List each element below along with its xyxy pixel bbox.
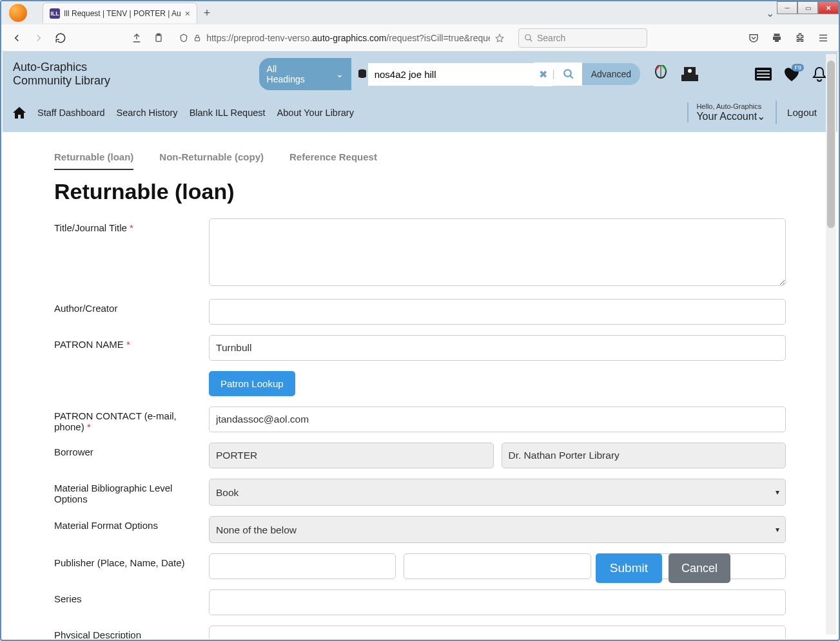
svg-rect-10 (757, 70, 770, 72)
url-bar[interactable]: https://preprod-tenv-verso.auto-graphics… (174, 33, 509, 43)
cash-register-icon[interactable] (680, 66, 699, 82)
patron-lookup-button[interactable]: Patron Lookup (209, 371, 295, 396)
pocket-icon[interactable] (747, 32, 760, 44)
tab-favicon-icon: ILL (50, 8, 60, 19)
search-category-select[interactable]: All Headings ⌄ (259, 58, 351, 90)
browser-tabstrip: ILL Ill Request | TENV | PORTER | Au × +… (1, 1, 839, 24)
form-actions: Submit Cancel (596, 553, 730, 583)
biblio-select[interactable]: Book (209, 479, 786, 506)
svg-point-8 (688, 69, 692, 73)
tab-title: Ill Request | TENV | PORTER | Au (64, 9, 181, 18)
svg-rect-12 (757, 77, 770, 78)
label-borrower: Borrower (54, 443, 202, 457)
catalog-search-input[interactable] (368, 63, 534, 86)
catalog-search-widget: All Headings ⌄ ✖ | Advanced (259, 58, 640, 90)
home-icon[interactable] (13, 107, 26, 119)
form-tabs: Returnable (loan) Non-Returnable (copy) … (54, 151, 786, 170)
nav-search-history[interactable]: Search History (117, 108, 178, 118)
patron-name-field[interactable] (209, 335, 786, 361)
label-biblio: Material Bibliographic Level Options (54, 479, 202, 504)
app-header: Auto-Graphics Community Library All Head… (3, 52, 837, 132)
label-series: Series (54, 589, 202, 604)
publisher-place-field[interactable] (209, 553, 396, 579)
firefox-logo-icon (9, 4, 27, 22)
label-patron-name: PATRON NAME * (54, 335, 202, 350)
svg-point-4 (564, 70, 571, 77)
bookmark-star-icon[interactable] (495, 33, 504, 43)
svg-rect-11 (757, 73, 770, 75)
minimize-button[interactable]: ─ (777, 1, 797, 14)
extensions-icon[interactable] (794, 32, 806, 44)
scrollbar-thumb[interactable] (827, 61, 835, 228)
notifications-bell-icon[interactable] (812, 66, 827, 82)
nav-staff-dashboard[interactable]: Staff Dashboard (37, 108, 105, 118)
logout-button[interactable]: Logout (776, 100, 827, 124)
page-title: Returnable (loan) (54, 179, 786, 204)
hello-text: Hello, Auto-Graphics (696, 102, 765, 110)
search-icon (524, 33, 533, 43)
print-icon[interactable] (770, 32, 783, 44)
nav-about-library[interactable]: About Your Library (277, 108, 354, 118)
nav-back-button[interactable] (10, 32, 23, 44)
cancel-button[interactable]: Cancel (669, 553, 730, 583)
svg-rect-1 (195, 37, 199, 41)
favorites-badge: F9 (792, 64, 804, 72)
database-icon[interactable] (357, 68, 368, 80)
tabs-overflow-icon[interactable]: ⌄ (766, 7, 774, 19)
your-account-label: Your Account (696, 111, 757, 122)
tab-returnable[interactable]: Returnable (loan) (54, 151, 133, 170)
title-field[interactable] (209, 218, 786, 286)
label-title: Title/Journal Title * (54, 218, 202, 233)
maximize-button[interactable]: ▭ (797, 1, 818, 14)
tab-reference[interactable]: Reference Request (289, 151, 377, 170)
clear-search-icon[interactable]: ✖ (534, 62, 552, 86)
search-placeholder: Search (537, 33, 565, 43)
url-text: https://preprod-tenv-verso.auto-graphics… (206, 33, 490, 43)
balloon-icon[interactable] (653, 65, 669, 83)
library-name: Auto-Graphics Community Library (13, 61, 143, 88)
browser-toolbar: https://preprod-tenv-verso.auto-graphics… (1, 24, 839, 52)
svg-rect-6 (681, 75, 698, 81)
format-select[interactable]: None of the below (209, 516, 786, 543)
lock-icon (193, 33, 201, 43)
hamburger-menu-icon[interactable] (817, 32, 830, 44)
nav-forward-button[interactable] (32, 32, 45, 44)
list-icon[interactable] (755, 68, 772, 81)
label-author: Author/Creator (54, 299, 202, 314)
svg-point-2 (525, 34, 531, 39)
label-physical: Physical Description (54, 626, 202, 638)
series-field[interactable] (209, 589, 786, 615)
scrollbar[interactable] (826, 54, 836, 635)
publisher-name-field[interactable] (404, 553, 591, 579)
label-format: Material Format Options (54, 516, 202, 531)
window-controls: ─ ▭ ✕ (777, 1, 839, 14)
chevron-down-icon: ⌄ (757, 111, 765, 122)
account-menu[interactable]: Hello, Auto-Graphics Your Account⌄ (687, 102, 765, 122)
label-publisher: Publisher (Place, Name, Date) (54, 553, 202, 568)
patron-contact-field[interactable] (209, 407, 786, 432)
advanced-search-button[interactable]: Advanced (582, 63, 640, 85)
author-field[interactable] (209, 299, 786, 325)
search-submit-icon[interactable] (555, 62, 582, 86)
chevron-down-icon: ⌄ (336, 69, 344, 79)
submit-button[interactable]: Submit (596, 553, 662, 583)
new-tab-button[interactable]: + (204, 6, 211, 20)
favorites-heart-icon[interactable]: F9 (783, 66, 800, 82)
browser-search-box[interactable]: Search (518, 28, 647, 48)
borrower-code-field (209, 443, 494, 468)
pocket-save-icon[interactable] (130, 33, 143, 43)
shield-icon (179, 33, 188, 43)
clipboard-icon[interactable] (152, 33, 165, 43)
physical-description-field[interactable] (209, 626, 786, 638)
nav-blank-ill[interactable]: Blank ILL Request (190, 108, 266, 118)
browser-tab[interactable]: ILL Ill Request | TENV | PORTER | Au × (43, 3, 197, 23)
borrower-name-field (502, 443, 786, 468)
window-close-button[interactable]: ✕ (818, 1, 839, 14)
nav-reload-button[interactable] (54, 32, 67, 44)
label-patron-contact: PATRON CONTACT (e-mail, phone) * (54, 407, 202, 432)
tab-close-icon[interactable]: × (185, 8, 190, 19)
tab-nonreturnable[interactable]: Non-Returnable (copy) (159, 151, 264, 170)
